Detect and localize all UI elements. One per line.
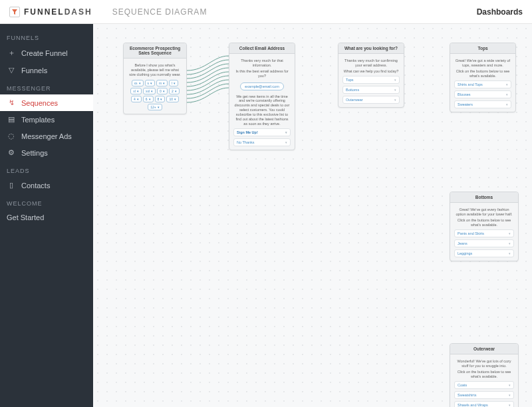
size-chip[interactable]: 6▾ <box>143 96 154 102</box>
brand[interactable]: FUNNELDASH <box>9 7 92 17</box>
nav-create-funnel[interactable]: ＋ Create Funnel <box>0 44 93 62</box>
node-text: Is this the best email address for you? <box>233 69 291 78</box>
nothanks-button[interactable]: No Thanks▾ <box>233 138 291 146</box>
chevron-icon: ▾ <box>509 231 511 235</box>
gear-icon: ⚙ <box>7 148 16 157</box>
node-title: Collect Email Address <box>229 43 295 54</box>
option-leggings[interactable]: Leggings▾ <box>454 249 514 257</box>
section-welcome: WELCOME <box>0 194 93 209</box>
chevron-icon: ▾ <box>509 403 511 407</box>
node-title: Outerwear <box>450 344 518 354</box>
node-collect-email[interactable]: Collect Email Address Thanks very much f… <box>229 43 295 150</box>
option-bottoms[interactable]: Bottoms▾ <box>342 86 400 94</box>
nav-templates[interactable]: ▤ Templates <box>0 111 93 128</box>
nav-label: Funnels <box>21 67 47 74</box>
node-tops[interactable]: Tops Great! We've got a wide variety of … <box>450 43 516 112</box>
chevron-icon: ▾ <box>506 82 508 86</box>
node-text: Thanks very much for that information. <box>233 59 291 68</box>
chevron-icon: ▾ <box>285 140 287 144</box>
option-shawls[interactable]: Shawls and Wraps▾ <box>454 401 514 408</box>
option-pants[interactable]: Pants and Skirts▾ <box>454 229 514 237</box>
node-intro: Before I show you what's available, plea… <box>128 63 182 77</box>
node-looking-for[interactable]: What are you looking for? Thanks very mu… <box>338 43 404 108</box>
option-sweaters[interactable]: Sweaters▾ <box>454 100 511 108</box>
node-text: What can we help you find today? <box>342 69 400 74</box>
chevron-icon: ▾ <box>285 130 287 134</box>
nav-sequences[interactable]: ↯ Sequences <box>0 94 93 111</box>
size-chip[interactable]: 8▾ <box>155 96 166 102</box>
size-chip[interactable]: 10▾ <box>166 96 179 102</box>
node-text: Click on the buttons below to see what's… <box>454 218 514 227</box>
node-text: Click on the buttons below to see what's… <box>454 69 511 78</box>
node-title: Bottoms <box>450 192 518 203</box>
topbar: FUNNELDASH SEQUENCE DIAGRAM Dashboards <box>0 0 532 24</box>
node-outerwear[interactable]: Outerwear Wonderful! We've got lots of c… <box>450 343 519 407</box>
template-icon: ▤ <box>7 115 16 124</box>
section-messenger: MESSENGER <box>0 78 93 94</box>
nav-label: Get Started <box>7 213 44 221</box>
chevron-icon: ▾ <box>509 251 511 255</box>
chevron-icon: ▾ <box>394 98 396 102</box>
chevron-icon: ▾ <box>509 383 511 387</box>
node-title: Tops <box>450 43 515 54</box>
node-text: Wonderful! We've got lots of cozy stuff … <box>454 359 514 368</box>
chevron-icon: ▾ <box>506 92 508 96</box>
node-text: We get new items in all the time and we'… <box>233 94 291 126</box>
sequence-icon: ↯ <box>7 98 16 107</box>
signup-button[interactable]: Sign Me Up!▾ <box>233 128 291 136</box>
nav-settings[interactable]: ⚙ Settings <box>0 144 93 161</box>
size-chip[interactable]: l▾ <box>169 80 178 86</box>
chevron-icon: ▾ <box>509 241 511 245</box>
nav-label: Messenger Ads <box>21 132 72 140</box>
size-chip[interactable]: s▾ <box>145 80 156 86</box>
nav-label: Settings <box>21 149 48 157</box>
option-outerwear[interactable]: Outerwear▾ <box>342 96 400 104</box>
option-tops[interactable]: Tops▾ <box>342 76 400 84</box>
diagram-canvas[interactable]: Ecommerce Prospecting Sales Sequence Bef… <box>93 24 532 407</box>
ads-icon: ◌ <box>7 132 16 140</box>
option-coats[interactable]: Coats▾ <box>454 381 514 389</box>
section-funnels: FUNNELS <box>0 28 93 44</box>
page-title: SEQUENCE DIAGRAM <box>112 7 207 17</box>
plus-icon: ＋ <box>7 48 16 58</box>
logo-icon <box>9 7 20 17</box>
size-chip[interactable]: xs▾ <box>132 80 144 86</box>
dashboards-link[interactable]: Dashboards <box>477 7 523 17</box>
size-chip[interactable]: 12+▾ <box>148 104 162 110</box>
node-title: What are you looking for? <box>338 43 404 54</box>
node-text: Great! We've got a wide variety of tops,… <box>454 59 511 68</box>
size-chip[interactable]: m▾ <box>156 80 168 86</box>
contacts-icon: ▯ <box>7 181 16 190</box>
node-text: Great! We've got every fashion option av… <box>454 207 514 217</box>
chevron-icon: ▾ <box>506 102 508 106</box>
nav-label: Contacts <box>21 182 50 190</box>
email-chip[interactable]: example@email.com <box>240 82 283 90</box>
chevron-icon: ▾ <box>509 393 511 397</box>
option-sweatshirts[interactable]: Sweatshirts▾ <box>454 391 514 399</box>
node-bottoms[interactable]: Bottoms Great! We've got every fashion o… <box>450 192 519 261</box>
nav-get-started[interactable]: Get Started <box>0 209 93 225</box>
option-shirts[interactable]: Shirts and Tops▾ <box>454 80 511 88</box>
funnel-icon: ▽ <box>7 66 16 74</box>
node-title: Ecommerce Prospecting Sales Sequence <box>124 43 186 59</box>
chevron-icon: ▾ <box>394 88 396 92</box>
size-chip[interactable]: 0▾ <box>157 88 168 94</box>
size-chip[interactable]: 4▾ <box>131 96 142 102</box>
node-start-sequence[interactable]: Ecommerce Prospecting Sales Sequence Bef… <box>123 43 187 114</box>
nav-funnels[interactable]: ▽ Funnels <box>0 62 93 78</box>
chevron-icon: ▾ <box>394 78 396 82</box>
option-blouses[interactable]: Blouses▾ <box>454 90 511 98</box>
nav-messenger-ads[interactable]: ◌ Messenger Ads <box>0 128 93 144</box>
nav-label: Templates <box>21 116 55 124</box>
sidebar: FUNNELS ＋ Create Funnel ▽ Funnels MESSEN… <box>0 24 93 407</box>
node-text: Click on the buttons below to see what's… <box>454 370 514 379</box>
size-chip[interactable]: xxl▾ <box>143 88 156 94</box>
nav-contacts[interactable]: ▯ Contacts <box>0 177 93 194</box>
size-chip-row: xs▾ s▾ m▾ l▾ xl▾ xxl▾ 0▾ 2▾ 4▾ 6▾ 8▾ 10▾… <box>128 80 182 110</box>
node-text: Thanks very much for confirming your ema… <box>342 59 400 68</box>
size-chip[interactable]: 2▾ <box>169 88 180 94</box>
option-jeans[interactable]: Jeans▾ <box>454 239 514 247</box>
section-leads: LEADS <box>0 161 93 177</box>
nav-label: Sequences <box>21 99 58 107</box>
size-chip[interactable]: xl▾ <box>130 88 142 94</box>
